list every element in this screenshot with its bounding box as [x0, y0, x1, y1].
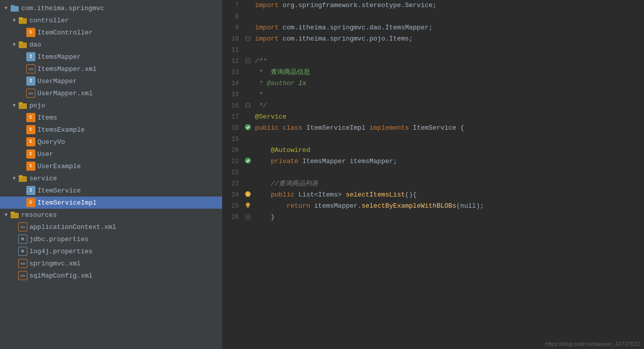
tree-item-file-springmvc[interactable]: ▶<>springmvc.xml	[0, 257, 222, 269]
line-content: import com.itheima.springmvc.pojo.Items;	[253, 33, 413, 45]
orange-triangle-icon: !	[245, 191, 251, 199]
tree-item-file-itemsmapper[interactable]: ▶IItemsMapper	[0, 51, 222, 63]
line-number: 26	[223, 212, 243, 223]
tree-item-label: com.itheima.springmvc	[21, 5, 104, 12]
code-token: org.springframework.stereotype.	[283, 0, 405, 11]
tree-item-file-queryvo[interactable]: ▶CQueryVo	[0, 136, 222, 148]
line-number: 22	[223, 167, 243, 178]
svg-text:!: !	[246, 192, 249, 197]
line-gutter	[243, 78, 253, 89]
line-number: 18	[223, 123, 243, 134]
line-content: import org.springframework.stereotype.Se…	[253, 0, 437, 11]
code-token: .	[358, 201, 362, 212]
code-token: */	[255, 100, 267, 111]
bulb-icon	[245, 202, 251, 210]
line-gutter	[243, 111, 253, 123]
tree-item-dir-service[interactable]: ▼service	[0, 172, 222, 184]
tree-item-file-userexample[interactable]: ▶CUserExample	[0, 160, 222, 172]
tree-item-label: applicationContext.xml	[29, 223, 116, 231]
tree-item-file-jdbc[interactable]: ▶≡jdbc.properties	[0, 233, 222, 245]
line-content: public List<Items> selectItemsList(){	[253, 189, 417, 201]
fold-arrow-icon[interactable]	[245, 36, 250, 43]
code-line: 13 * 查询商品信息	[223, 67, 644, 78]
svg-point-19	[245, 158, 251, 164]
line-number: 10	[223, 33, 243, 45]
code-token: {	[460, 123, 464, 134]
code-token: *	[255, 89, 263, 100]
code-token: ItemsMapper	[303, 156, 350, 167]
code-token: public	[271, 189, 298, 201]
tree-item-file-user[interactable]: ▶CUser	[0, 148, 222, 160]
code-token: <Items>	[314, 189, 346, 201]
line-content: return itemsMapper.selectByExampleWithBL…	[253, 201, 484, 212]
tree-item-file-log4j[interactable]: ▶≡log4j.properties	[0, 245, 222, 257]
line-content: */	[253, 100, 267, 111]
line-gutter	[243, 145, 253, 156]
code-line: 20 @Autowired	[223, 145, 644, 156]
folder-icon	[10, 210, 19, 219]
line-content: public class ItemServiceImpl implements …	[253, 123, 464, 134]
tree-item-dir-pojo[interactable]: ▼pojo	[0, 99, 222, 111]
code-token: *	[255, 67, 271, 78]
tree-item-file-appcontext[interactable]: ▶<>applicationContext.xml	[0, 221, 222, 233]
code-line: 24! public List<Items> selectItemsList()…	[223, 189, 644, 201]
tree-item-label: ItemsExample	[37, 126, 85, 134]
tree-item-file-usermapper-xml[interactable]: ▶<>UserMapper.xml	[0, 87, 222, 99]
tree-item-label: ItemsMapper	[37, 53, 81, 61]
code-token: itemsMapper	[314, 201, 358, 212]
tree-item-pkg-springmvc[interactable]: ▼com.itheima.springmvc	[0, 2, 222, 14]
tree-item-dir-dao[interactable]: ▼dao	[0, 38, 222, 51]
arrow-icon: ▼	[10, 103, 18, 108]
properties-icon: ≡	[18, 235, 27, 244]
interface-icon: I	[26, 52, 35, 61]
code-token: return	[286, 201, 314, 212]
class-icon: C	[26, 137, 35, 146]
line-content: * 查询商品信息	[253, 67, 310, 78]
tree-item-label: sqlMapConfig.xml	[29, 272, 93, 280]
line-number: 7	[223, 0, 243, 11]
tree-item-dir-controller[interactable]: ▼controller	[0, 14, 222, 26]
class-icon: C	[26, 162, 35, 171]
code-token: (){	[405, 189, 417, 201]
tree-item-file-usermapper[interactable]: ▶IUserMapper	[0, 75, 222, 87]
svg-rect-7	[19, 102, 23, 104]
tree-item-label: controller	[29, 17, 69, 24]
code-token: lx	[294, 78, 306, 89]
code-line: 22	[223, 167, 644, 178]
xml-icon: <>	[26, 64, 35, 73]
line-number: 24	[223, 189, 243, 201]
line-content: @Service	[253, 111, 286, 123]
line-content	[253, 45, 255, 56]
code-editor: 7import org.springframework.stereotype.S…	[223, 0, 644, 349]
interface-icon: I	[26, 76, 35, 86]
code-token: import	[255, 0, 283, 11]
code-line: 19	[223, 134, 644, 145]
line-gutter	[243, 45, 253, 56]
line-gutter	[243, 178, 253, 189]
line-content: /**	[253, 56, 267, 67]
tree-item-label: dao	[29, 41, 41, 49]
fold-arrow-icon[interactable]	[245, 58, 250, 65]
tree-item-file-items[interactable]: ▶CItems	[0, 111, 222, 124]
fold-arrow-icon[interactable]	[245, 103, 250, 109]
file-tree: ▼com.itheima.springmvc▼controller▶CItemC…	[0, 0, 223, 349]
tree-item-file-itemservice[interactable]: ▶IItemService	[0, 184, 222, 197]
tree-item-file-itemserviceimpl[interactable]: ▶CItemServiceImpl	[0, 197, 222, 209]
green-circle-icon	[244, 157, 251, 166]
fold-arrow-icon[interactable]	[245, 214, 250, 221]
tree-item-label: service	[29, 175, 57, 182]
code-token: *	[255, 78, 267, 89]
tree-item-dir-resources[interactable]: ▼resources	[0, 209, 222, 221]
code-token: import	[255, 22, 283, 33]
tree-item-file-itemsexample[interactable]: ▶CItemsExample	[0, 124, 222, 136]
code-token: selectByExampleWithBLOBs	[362, 201, 456, 212]
tree-item-file-sqlmap[interactable]: ▶<>sqlMapConfig.xml	[0, 269, 222, 282]
line-gutter	[243, 201, 253, 212]
code-line: 10import com.itheima.springmvc.pojo.Item…	[223, 33, 644, 45]
tree-item-file-itemcontroller[interactable]: ▶CItemController	[0, 26, 222, 38]
tree-item-file-itemsmapper-xml[interactable]: ▶<>ItemsMapper.xml	[0, 63, 222, 75]
tree-item-label: UserExample	[37, 163, 81, 170]
code-line: 12/**	[223, 56, 644, 67]
tree-item-label: resources	[21, 211, 57, 219]
tree-item-label: QueryVo	[37, 138, 65, 146]
